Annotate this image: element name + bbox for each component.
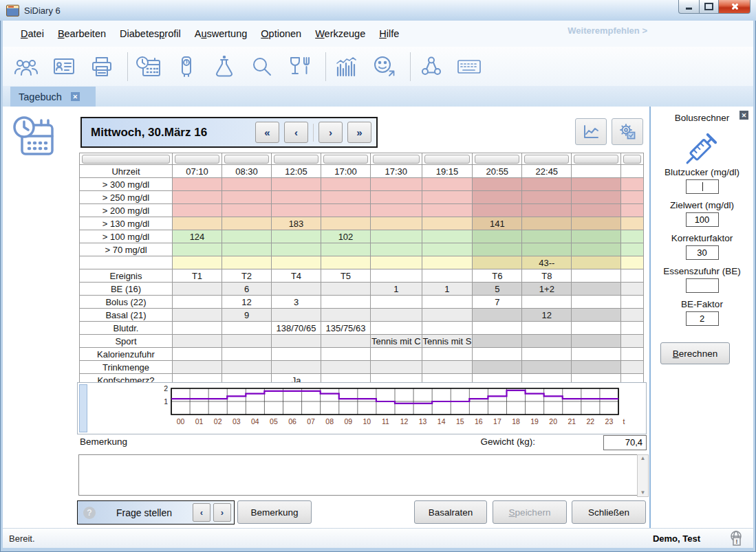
diary-cell[interactable] [422, 243, 473, 256]
diary-cell[interactable]: T4 [272, 269, 321, 283]
diary-cell[interactable] [173, 361, 222, 374]
bolus-field-input[interactable] [686, 278, 719, 293]
diary-cell[interactable] [621, 269, 644, 283]
search-icon[interactable] [248, 54, 276, 80]
diary-cell[interactable] [473, 348, 522, 361]
diary-cell[interactable] [321, 309, 371, 322]
show-graph-button[interactable] [575, 118, 607, 145]
diary-cell[interactable] [473, 230, 522, 243]
bolus-field-input[interactable] [686, 179, 719, 194]
diary-cell[interactable] [272, 204, 321, 217]
bemerkung-textarea[interactable]: ▲ ▼ [78, 454, 638, 496]
diary-cell[interactable]: 124 [173, 230, 222, 243]
diary-cell[interactable] [422, 191, 473, 204]
diary-cell[interactable] [173, 322, 222, 335]
diary-cell[interactable] [321, 296, 371, 309]
diary-cell[interactable] [173, 335, 222, 348]
diary-cell[interactable] [371, 348, 422, 361]
statistics-icon[interactable] [333, 54, 360, 80]
diary-cell[interactable] [522, 322, 572, 335]
diary-cell[interactable] [621, 322, 644, 335]
diary-cell[interactable] [422, 296, 473, 309]
diary-cell[interactable]: 135/75/63 [321, 322, 371, 335]
diary-cell[interactable] [272, 178, 321, 191]
diary-cell[interactable] [272, 348, 321, 361]
users-icon[interactable] [12, 54, 40, 80]
schliessen-button[interactable]: Schließen [572, 500, 646, 524]
diary-cell[interactable] [621, 361, 644, 374]
diary-cell[interactable] [321, 191, 371, 204]
diary-cell[interactable] [621, 256, 644, 269]
diary-cell[interactable] [371, 204, 422, 217]
diary-cell[interactable] [173, 178, 222, 191]
diary-cell[interactable]: 17:00 [321, 165, 371, 178]
diary-cell[interactable] [321, 361, 371, 374]
diary-cell[interactable] [371, 217, 422, 230]
diary-cell[interactable] [272, 361, 321, 374]
diary-cell[interactable] [473, 243, 522, 256]
diary-cell[interactable] [422, 348, 473, 361]
diary-cell[interactable] [371, 361, 422, 374]
tab-tagebuch[interactable]: Tagebuch ✕ [10, 87, 96, 107]
menu-item-datei[interactable]: Datei [14, 25, 51, 43]
diary-cell[interactable] [621, 165, 644, 178]
diary-cell[interactable]: 22:45 [522, 165, 572, 178]
textarea-scrollbar[interactable]: ▲ ▼ [637, 454, 649, 497]
diary-cell[interactable]: 12 [222, 296, 272, 309]
diary-cell[interactable] [222, 322, 272, 335]
keyboard-icon[interactable] [455, 54, 483, 80]
diary-cell[interactable] [222, 204, 272, 217]
diary-cell[interactable] [522, 217, 572, 230]
diary-cell[interactable]: 20:55 [473, 165, 522, 178]
diary-cell[interactable] [621, 178, 644, 191]
diary-cell[interactable] [621, 348, 644, 361]
diary-cell[interactable] [572, 230, 621, 243]
smiley-export-icon[interactable] [371, 54, 398, 80]
minimize-button[interactable] [678, 0, 700, 14]
diary-cell[interactable] [572, 217, 621, 230]
diary-cell[interactable] [621, 296, 644, 309]
diary-cell[interactable] [222, 256, 272, 269]
bolus-field-input[interactable]: 100 [686, 212, 719, 227]
bolus-field-input[interactable]: 2 [686, 311, 719, 326]
diary-cell[interactable]: 3 [272, 296, 321, 309]
diary-cell[interactable] [522, 361, 572, 374]
berechnen-button[interactable]: Berechnen [660, 342, 730, 364]
diary-cell[interactable] [371, 322, 422, 335]
gewicht-input[interactable]: 70,4 [603, 435, 647, 450]
diary-cell[interactable] [522, 335, 572, 348]
diary-cell[interactable] [371, 178, 422, 191]
diary-cell[interactable] [621, 191, 644, 204]
settings-button[interactable] [612, 118, 643, 145]
diary-cell[interactable] [222, 178, 272, 191]
diary-cell[interactable] [621, 335, 644, 348]
diary-cell[interactable]: 102 [321, 230, 371, 243]
diary-cell[interactable] [473, 178, 522, 191]
diary-cell[interactable] [422, 178, 473, 191]
diary-cell[interactable] [572, 296, 621, 309]
diary-cell[interactable] [272, 256, 321, 269]
diary-cell[interactable] [272, 191, 321, 204]
diary-cell[interactable]: 19:15 [422, 165, 473, 178]
diary-cell[interactable] [473, 335, 522, 348]
diary-cell[interactable]: Tennis mit C [371, 335, 422, 348]
column-header-button[interactable] [424, 155, 471, 164]
diary-cell[interactable]: 183 [272, 217, 321, 230]
diary-cell[interactable] [572, 283, 621, 296]
diary-cell[interactable]: 138/70/65 [272, 322, 321, 335]
diary-cell[interactable] [572, 322, 621, 335]
diary-cell[interactable] [173, 243, 222, 256]
diary-cell[interactable] [371, 230, 422, 243]
diary-cell[interactable]: 7 [473, 296, 522, 309]
frage-stellen-control[interactable]: ? Frage stellen ‹ › [77, 500, 235, 525]
basalraten-button[interactable]: Basalraten [414, 500, 487, 524]
diary-cell[interactable] [272, 309, 321, 322]
diary-cell[interactable]: T6 [473, 269, 522, 283]
diary-cell[interactable] [321, 178, 371, 191]
glucose-meter-icon[interactable] [173, 54, 200, 80]
diary-cell[interactable]: 5 [473, 283, 522, 296]
scroll-up-icon[interactable]: ▲ [640, 455, 646, 462]
diary-cell[interactable]: 12 [522, 309, 572, 322]
diary-cell[interactable] [272, 230, 321, 243]
diary-cell[interactable] [222, 348, 272, 361]
